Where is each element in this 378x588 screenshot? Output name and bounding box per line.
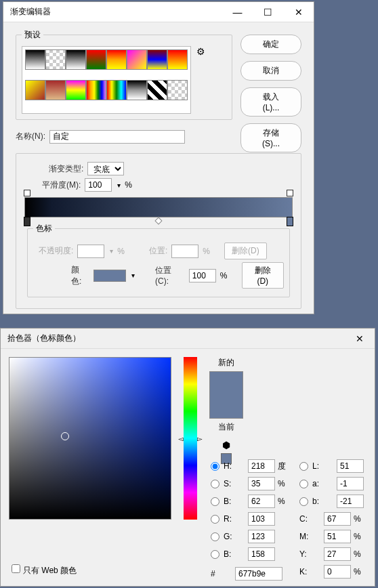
web-only-checkbox[interactable] xyxy=(12,564,20,573)
cube-icon[interactable]: ⬢ xyxy=(222,440,230,450)
stops-legend: 色标 xyxy=(33,223,55,234)
hex-label: # xyxy=(211,569,232,579)
gradient-swatch[interactable] xyxy=(127,80,147,100)
gradient-swatch[interactable] xyxy=(147,80,167,100)
name-label: 名称(N): xyxy=(16,131,45,142)
l-label: L: xyxy=(312,461,334,471)
c-input[interactable] xyxy=(324,512,351,526)
delete-button[interactable]: 删除(D) xyxy=(242,262,285,289)
color-cursor[interactable] xyxy=(61,432,69,440)
color-stop[interactable] xyxy=(287,217,293,226)
maximize-button[interactable]: ☐ xyxy=(253,2,283,22)
cancel-button[interactable]: 取消 xyxy=(240,61,301,81)
y-input[interactable] xyxy=(324,547,351,561)
r-radio[interactable] xyxy=(211,515,219,524)
gear-icon[interactable]: ⚙ xyxy=(196,46,205,57)
delete-button: 删除(D) xyxy=(224,243,267,259)
l-radio[interactable] xyxy=(299,462,308,471)
opacity-stop[interactable] xyxy=(287,190,293,196)
hex-input[interactable] xyxy=(235,567,282,581)
g-label: G: xyxy=(224,532,245,541)
c-label: C: xyxy=(299,514,321,524)
g-input[interactable] xyxy=(248,530,275,543)
l-input[interactable] xyxy=(337,459,364,473)
gradient-swatch[interactable] xyxy=(86,80,106,100)
gradient-swatch[interactable] xyxy=(66,49,86,70)
r-label: R: xyxy=(224,514,245,524)
h-label: H: xyxy=(224,461,245,471)
a-input[interactable] xyxy=(337,477,364,490)
s-input[interactable] xyxy=(248,477,275,490)
presets-fieldset: 预设 ⚙ xyxy=(16,29,232,120)
bc-label: B: xyxy=(224,549,245,559)
k-input[interactable] xyxy=(324,565,351,579)
stops-fieldset: 色标 不透明度: ▾ % 位置: % 删除(D) 颜色: ▾ 位置(C): % … xyxy=(27,223,290,297)
h-input[interactable] xyxy=(248,459,275,473)
smooth-input[interactable] xyxy=(85,178,112,192)
gradient-swatch[interactable] xyxy=(45,49,66,70)
b-radio[interactable] xyxy=(211,497,219,506)
gradient-swatch[interactable] xyxy=(45,80,66,100)
pos-label: 位置: xyxy=(149,245,167,257)
new-label: 新的 xyxy=(218,357,234,369)
bb-input[interactable] xyxy=(337,495,364,508)
hue-arrow-icon[interactable]: ▻ xyxy=(197,435,203,442)
r-input[interactable] xyxy=(248,512,275,526)
bc-radio[interactable] xyxy=(211,550,219,559)
color-label: 颜色: xyxy=(71,264,89,287)
bb-label: b: xyxy=(312,497,334,506)
b-input[interactable] xyxy=(248,495,275,508)
gradient-swatch[interactable] xyxy=(106,49,127,70)
a-radio[interactable] xyxy=(299,480,308,488)
bc-input[interactable] xyxy=(248,547,275,561)
h-radio[interactable] xyxy=(211,462,219,471)
ok-button[interactable]: 确定 xyxy=(240,35,301,54)
pos-c-input[interactable] xyxy=(189,269,216,282)
hue-arrow-icon[interactable]: ◅ xyxy=(178,435,184,442)
close-button[interactable]: ✕ xyxy=(283,2,314,22)
color-swatch[interactable] xyxy=(93,270,126,282)
gradient-bar[interactable] xyxy=(24,197,293,217)
bb-radio[interactable] xyxy=(299,497,308,506)
m-input[interactable] xyxy=(324,530,351,543)
gradient-swatch[interactable] xyxy=(167,80,188,100)
titlebar: 渐变编辑器 — ☐ ✕ xyxy=(3,2,314,22)
hue-slider[interactable] xyxy=(184,357,197,520)
m-label: M: xyxy=(299,532,321,541)
web-only-checkbox-label[interactable]: 只有 Web 颜色 xyxy=(12,566,77,575)
k-label: K: xyxy=(299,567,321,576)
gradient-swatch[interactable] xyxy=(25,80,45,100)
color-stop[interactable] xyxy=(24,217,30,226)
color-field[interactable] xyxy=(9,357,171,520)
chevron-down-icon[interactable]: ▾ xyxy=(131,272,135,279)
gradient-swatch[interactable] xyxy=(25,49,45,70)
save-button[interactable]: 存储(S)... xyxy=(240,123,301,152)
gradient-swatch[interactable] xyxy=(147,49,167,70)
current-label: 当前 xyxy=(218,421,234,433)
gradient-swatch[interactable] xyxy=(127,49,147,70)
g-radio[interactable] xyxy=(211,532,219,541)
action-buttons: 确定 取消 载入(L)... 存储(S)... xyxy=(240,35,301,159)
close-button[interactable]: ✕ xyxy=(344,329,375,349)
chevron-down-icon[interactable]: ▾ xyxy=(117,182,121,189)
load-button[interactable]: 载入(L)... xyxy=(240,87,301,117)
gradient-panel: 渐变类型: 实底 平滑度(M): ▾ % 色标 不透明度: ▾ % 位置: xyxy=(16,153,301,309)
minimize-button[interactable]: — xyxy=(222,2,253,22)
opacity-input xyxy=(77,245,104,258)
pos-input xyxy=(171,245,198,258)
type-label: 渐变类型: xyxy=(49,163,83,175)
gradient-swatch[interactable] xyxy=(66,80,86,100)
type-select[interactable]: 实底 xyxy=(87,162,124,175)
gradient-swatch[interactable] xyxy=(167,49,188,70)
y-label: Y: xyxy=(299,549,321,559)
gradient-swatch[interactable] xyxy=(106,80,127,100)
opacity-stop[interactable] xyxy=(24,190,30,196)
a-label: a: xyxy=(312,479,334,488)
gradient-swatch[interactable] xyxy=(86,49,106,70)
name-input[interactable] xyxy=(49,130,185,144)
s-radio[interactable] xyxy=(211,480,219,488)
chevron-down-icon: ▾ xyxy=(110,247,113,255)
pos-c-label: 位置(C): xyxy=(155,265,185,286)
preset-swatches[interactable] xyxy=(22,46,191,114)
window-title: 拾色器（色标颜色） xyxy=(1,333,344,344)
